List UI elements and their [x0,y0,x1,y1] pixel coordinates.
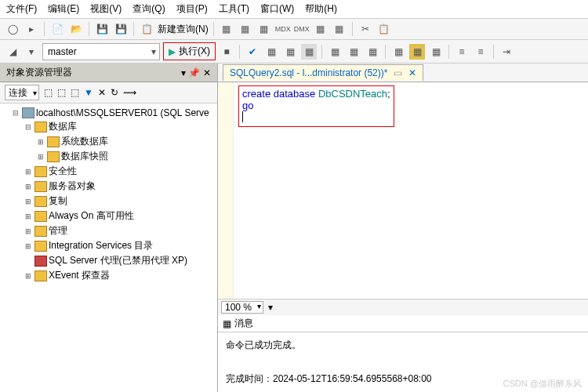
menu-tools[interactable]: 工具(T) [219,2,249,16]
panel-close-icon[interactable]: ✕ [203,67,211,78]
grid3-icon[interactable]: ▦ [365,44,380,60]
tab-bar: SQLQuery2.sql - l...dministrator (52))* … [218,64,588,82]
tree-security[interactable]: ⊞安全性 [2,164,216,179]
text-cursor [242,111,243,122]
target-icon[interactable]: ▾ [24,44,39,60]
indent-icon[interactable]: ⇥ [499,44,514,60]
new-query-button[interactable]: 新建查询(N) [158,23,209,36]
back-icon[interactable]: ◯ [5,21,20,37]
tree-replication[interactable]: ⊞复制 [2,194,216,209]
corner-icon[interactable]: ◢ [5,44,20,60]
msg-icon: ▦ [223,318,231,329]
connect-icon[interactable]: ⬚ [44,87,53,98]
tree-agent[interactable]: SQL Server 代理(已禁用代理 XP) [2,253,216,268]
comment-icon[interactable]: ≡ [454,44,470,60]
pin-icon[interactable]: ▾ 📌 [181,67,200,78]
text-icon[interactable]: ▦ [390,44,406,60]
save-icon[interactable]: 💾 [94,21,110,37]
check-icon[interactable]: ✔ [245,44,260,60]
refresh-icon[interactable]: ⬚ [71,87,79,98]
new-query-icon[interactable]: 📋 [139,21,154,37]
object-tree: ⊟localhost\MSSQLSERVER01 (SQL Serve ⊟数据库… [0,103,217,392]
copy-icon[interactable]: 📋 [376,21,392,37]
watermark: CSDN @借雨醉东风 [503,378,582,390]
tree-integration[interactable]: ⊞Integration Services 目录 [2,238,216,253]
grid4-icon[interactable]: ▦ [409,44,425,60]
tree-management[interactable]: ⊞管理 [2,223,216,238]
grid2-icon[interactable]: ▦ [346,44,361,60]
uncomment-icon[interactable]: ≡ [473,44,488,60]
menu-edit[interactable]: 编辑(E) [48,2,79,16]
messages-tab[interactable]: ▦ 消息 [218,315,588,332]
results-icon[interactable]: ▦ [301,44,317,60]
panel-header: 对象资源管理器 ▾ 📌 ✕ [0,64,217,82]
tree-snapshot[interactable]: ⊞数据库快照 [2,149,216,164]
tree-xevent[interactable]: ⊞XEvent 探查器 [2,268,216,283]
stop-icon[interactable]: ■ [219,44,234,60]
connect-toolbar: 连接 ⬚ ⬚ ⬚ ▼ ✕ ↻ ⟿ [0,82,217,103]
menu-query[interactable]: 查询(Q) [132,2,165,16]
mdx-icon[interactable]: MDX [275,21,291,37]
tab-title: SQLQuery2.sql - l...dministrator (52))* [230,67,387,78]
status-indicator: ▾ [268,302,273,313]
panel-title: 对象资源管理器 [6,66,72,79]
refresh2-icon[interactable]: ↻ [111,87,118,98]
editor-area: SQLQuery2.sql - l...dministrator (52))* … [218,64,588,392]
menu-view[interactable]: 视图(V) [90,2,122,16]
toolbar-main: ◯ ▸ 📄 📂 💾 💾 📋 新建查询(N) ▦ ▦ ▦ MDX DMX ▦ ▦ … [0,18,588,40]
menu-window[interactable]: 窗口(W) [260,2,294,16]
db2-icon[interactable]: ▦ [238,21,253,37]
connect-label: 连接 [9,86,27,100]
pulse-icon[interactable]: ⟿ [123,87,136,98]
code-editor[interactable]: create database DbCSDNTeach; go [218,82,588,299]
menu-file[interactable]: 文件(F) [6,2,37,16]
play-icon: ▶ [169,46,176,57]
tree-server[interactable]: ⊟localhost\MSSQLSERVER01 (SQL Serve [2,107,216,119]
more-icon[interactable]: ▦ [332,21,347,37]
menu-help[interactable]: 帮助(H) [305,2,337,16]
tree-databases[interactable]: ⊟数据库 [2,119,216,134]
grid-icon[interactable]: ▦ [327,44,343,60]
db-icon[interactable]: ▦ [219,21,234,37]
xml-icon[interactable]: ▦ [313,21,328,37]
menu-bar: 文件(F) 编辑(E) 视图(V) 查询(Q) 项目(P) 工具(T) 窗口(W… [0,0,588,18]
stop-icon2[interactable]: ✕ [98,87,106,98]
dmx-icon[interactable]: DMX [294,21,310,37]
msg-tab-label: 消息 [234,317,253,330]
tab-close-icon[interactable]: ✕ [408,67,416,78]
new-icon[interactable]: 📄 [49,21,65,37]
msg-success: 命令已成功完成。 [226,337,580,354]
gutter [218,82,234,299]
menu-project[interactable]: 项目(P) [176,2,208,16]
database-selector-value: master [48,46,77,57]
database-selector[interactable]: master [42,43,160,60]
tree-alwayson[interactable]: ⊞Always On 高可用性 [2,209,216,223]
zoom-selector[interactable]: 100 % [221,301,263,314]
plan-icon[interactable]: ▦ [263,44,279,60]
cut-icon[interactable]: ✂ [358,21,373,37]
tree-server-obj[interactable]: ⊞服务器对象 [2,179,216,194]
db3-icon[interactable]: ▦ [256,21,272,37]
tab-pin-icon[interactable]: ▭ [394,67,402,78]
toolbar-query: ◢ ▾ master ▶ 执行(X) ■ ✔ ▦ ▦ ▦ ▦ ▦ ▦ ▦ ▦ ▦… [0,40,588,64]
tree-sysdb[interactable]: ⊞系统数据库 [2,134,216,149]
plan2-icon[interactable]: ▦ [282,44,298,60]
connect-dropdown[interactable]: 连接 [5,85,39,100]
object-explorer-panel: 对象资源管理器 ▾ 📌 ✕ 连接 ⬚ ⬚ ⬚ ▼ ✕ ↻ ⟿ ⊟localhos… [0,64,218,392]
save-all-icon[interactable]: 💾 [113,21,129,37]
forward-icon[interactable]: ▸ [24,21,39,37]
zoom-bar: 100 % ▾ [218,299,588,315]
filter-icon[interactable]: ▼ [84,87,93,98]
open-icon[interactable]: 📂 [68,21,84,37]
execute-button[interactable]: ▶ 执行(X) [163,42,216,60]
execute-label: 执行(X) [179,45,210,58]
disconnect-icon[interactable]: ⬚ [57,87,66,98]
file-icon[interactable]: ▦ [428,44,444,60]
tab-sqlquery2[interactable]: SQLQuery2.sql - l...dministrator (52))* … [223,64,423,81]
